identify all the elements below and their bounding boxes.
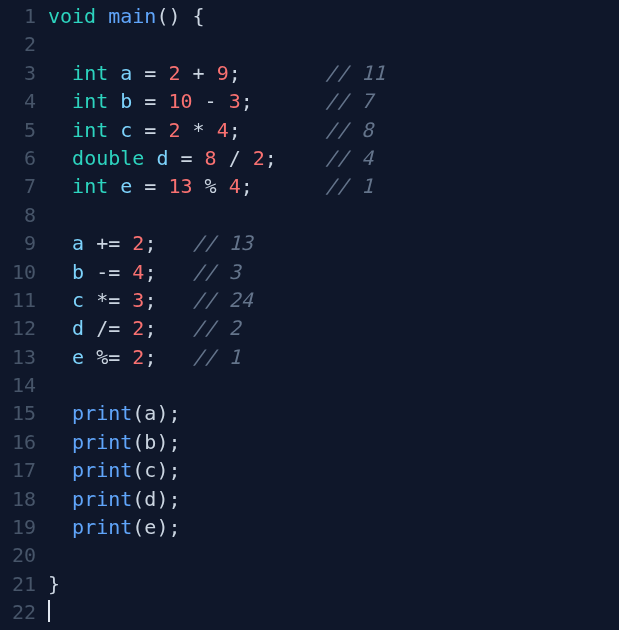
code-line[interactable]: e %= 2; // 1 bbox=[48, 343, 619, 371]
token-op: % bbox=[205, 174, 217, 198]
line-number: 9 bbox=[0, 229, 36, 257]
token-var-decl: a bbox=[120, 61, 132, 85]
code-line[interactable]: b -= 4; // 3 bbox=[48, 258, 619, 286]
code-line[interactable] bbox=[48, 541, 619, 569]
token-fn: main bbox=[108, 4, 156, 28]
token-var: c bbox=[144, 458, 156, 482]
token-punc: ; bbox=[241, 174, 253, 198]
token-num: 3 bbox=[229, 89, 241, 113]
token-kw: double bbox=[72, 146, 144, 170]
code-line[interactable]: void main() { bbox=[48, 2, 619, 30]
code-line[interactable]: print(c); bbox=[48, 456, 619, 484]
token-cmt: // 24 bbox=[193, 288, 253, 312]
token-fn: print bbox=[72, 458, 132, 482]
line-number: 16 bbox=[0, 428, 36, 456]
token-op: = bbox=[144, 118, 156, 142]
token-num: 2 bbox=[132, 345, 144, 369]
token-punc: ( bbox=[132, 487, 144, 511]
token-kw: int bbox=[72, 118, 108, 142]
token-punc: ); bbox=[156, 430, 180, 454]
code-line[interactable]: int c = 2 * 4; // 8 bbox=[48, 116, 619, 144]
token-num: 13 bbox=[168, 174, 192, 198]
code-line[interactable]: double d = 8 / 2; // 4 bbox=[48, 144, 619, 172]
token-num: 2 bbox=[168, 61, 180, 85]
token-num: 4 bbox=[229, 174, 241, 198]
code-line[interactable]: } bbox=[48, 570, 619, 598]
code-line[interactable]: print(e); bbox=[48, 513, 619, 541]
token-var-decl: d bbox=[156, 146, 168, 170]
token-punc: ; bbox=[144, 231, 156, 255]
token-var-decl: e bbox=[72, 345, 84, 369]
token-num: 2 bbox=[132, 231, 144, 255]
token-punc: ; bbox=[144, 260, 156, 284]
token-punc: ; bbox=[241, 89, 253, 113]
token-punc: ); bbox=[156, 515, 180, 539]
token-punc: ( bbox=[132, 430, 144, 454]
token-op: = bbox=[144, 174, 156, 198]
line-number: 15 bbox=[0, 399, 36, 427]
token-var-decl: d bbox=[72, 316, 84, 340]
code-line[interactable]: int b = 10 - 3; // 7 bbox=[48, 87, 619, 115]
token-punc: ); bbox=[156, 458, 180, 482]
code-line[interactable]: d /= 2; // 2 bbox=[48, 314, 619, 342]
line-number: 6 bbox=[0, 144, 36, 172]
token-op: *= bbox=[96, 288, 120, 312]
token-cmt: // 11 bbox=[325, 61, 385, 85]
token-punc: } bbox=[48, 572, 60, 596]
line-number: 17 bbox=[0, 456, 36, 484]
token-punc: () bbox=[156, 4, 180, 28]
line-number: 22 bbox=[0, 598, 36, 626]
code-line[interactable]: c *= 3; // 24 bbox=[48, 286, 619, 314]
line-number: 13 bbox=[0, 343, 36, 371]
token-punc: ); bbox=[156, 401, 180, 425]
token-punc: { bbox=[193, 4, 205, 28]
token-cmt: // 13 bbox=[193, 231, 253, 255]
token-num: 2 bbox=[253, 146, 265, 170]
token-punc: ( bbox=[132, 515, 144, 539]
token-punc: ( bbox=[132, 401, 144, 425]
token-fn: print bbox=[72, 430, 132, 454]
code-line[interactable]: print(d); bbox=[48, 485, 619, 513]
token-var: e bbox=[144, 515, 156, 539]
code-line[interactable]: print(b); bbox=[48, 428, 619, 456]
token-num: 3 bbox=[132, 288, 144, 312]
token-num: 9 bbox=[217, 61, 229, 85]
code-line[interactable] bbox=[48, 30, 619, 58]
token-kw: int bbox=[72, 61, 108, 85]
code-editor[interactable]: 12345678910111213141516171819202122 void… bbox=[0, 0, 619, 630]
text-cursor bbox=[48, 600, 50, 622]
line-number: 10 bbox=[0, 258, 36, 286]
code-line[interactable]: print(a); bbox=[48, 399, 619, 427]
code-line[interactable] bbox=[48, 201, 619, 229]
line-number: 19 bbox=[0, 513, 36, 541]
token-var: b bbox=[144, 430, 156, 454]
token-op: /= bbox=[96, 316, 120, 340]
code-line[interactable] bbox=[48, 371, 619, 399]
line-number: 20 bbox=[0, 541, 36, 569]
line-number: 5 bbox=[0, 116, 36, 144]
token-punc: ; bbox=[144, 345, 156, 369]
code-line[interactable]: int e = 13 % 4; // 1 bbox=[48, 172, 619, 200]
token-fn: print bbox=[72, 515, 132, 539]
line-number: 4 bbox=[0, 87, 36, 115]
token-cmt: // 8 bbox=[325, 118, 373, 142]
token-cmt: // 1 bbox=[325, 174, 373, 198]
line-number: 8 bbox=[0, 201, 36, 229]
code-line[interactable] bbox=[48, 598, 619, 626]
code-area[interactable]: void main() { int a = 2 + 9; // 11 int b… bbox=[42, 2, 619, 630]
line-number: 21 bbox=[0, 570, 36, 598]
code-line[interactable]: int a = 2 + 9; // 11 bbox=[48, 59, 619, 87]
line-number: 12 bbox=[0, 314, 36, 342]
code-line[interactable]: a += 2; // 13 bbox=[48, 229, 619, 257]
token-num: 10 bbox=[168, 89, 192, 113]
token-op: = bbox=[144, 89, 156, 113]
line-number: 1 bbox=[0, 2, 36, 30]
token-op: += bbox=[96, 231, 120, 255]
token-kw: void bbox=[48, 4, 96, 28]
token-op: / bbox=[229, 146, 241, 170]
token-op: = bbox=[144, 61, 156, 85]
token-punc: ); bbox=[156, 487, 180, 511]
token-var: a bbox=[144, 401, 156, 425]
token-num: 4 bbox=[132, 260, 144, 284]
token-punc: ( bbox=[132, 458, 144, 482]
